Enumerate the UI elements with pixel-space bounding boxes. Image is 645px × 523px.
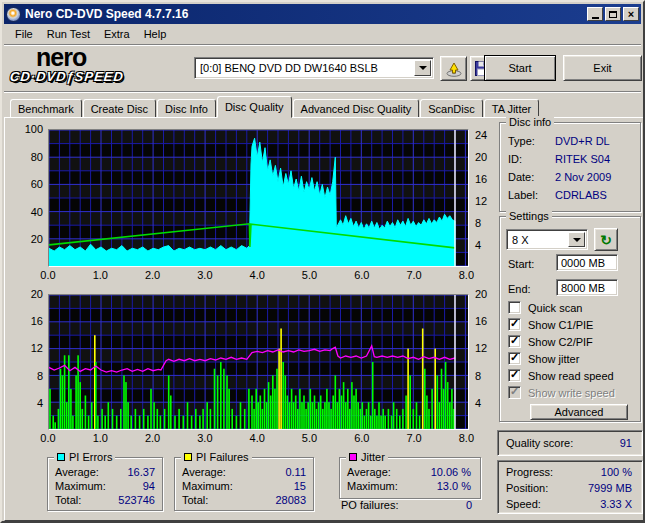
settings-group: Settings 8 X ↻ Start: End: ✓ Quick scan …	[499, 216, 641, 422]
checkbox-icon: ✓	[508, 335, 521, 348]
axis-tick-label: 0.0	[40, 432, 55, 444]
axis-tick-label: 12	[31, 342, 43, 354]
checkbox-icon: ✓	[508, 369, 521, 382]
end-position-input[interactable]	[556, 279, 618, 296]
checkbox-icon: ✓	[508, 352, 521, 365]
tab-advanced-disc-quality[interactable]: Advanced Disc Quality	[293, 99, 420, 118]
title-bar: Nero CD-DVD Speed 4.7.7.16 ×	[4, 4, 641, 24]
axis-tick-label: 24	[475, 129, 487, 141]
quality-score-label: Quality score:	[506, 437, 573, 449]
separator	[4, 91, 641, 93]
minimize-button[interactable]	[587, 7, 603, 21]
axis-tick-label: 1.0	[93, 432, 108, 444]
pi-failures-right-axis: 20161284	[472, 294, 498, 430]
axis-tick-label: 80	[31, 151, 43, 163]
stat-label: Maximum:	[347, 480, 398, 492]
read-speed-right-axis: 2420161284	[472, 129, 498, 267]
quality-score-panel: Quality score: 91	[497, 430, 643, 456]
exit-button-label: Exit	[593, 62, 611, 74]
jitter-title: Jitter	[361, 451, 385, 463]
tab-disc-info[interactable]: Disc Info	[157, 99, 216, 118]
axis-tick-label: 3.0	[197, 432, 212, 444]
pi-failures-group: PI Failures Average: 0.11 Maximum: 15 To…	[174, 457, 314, 511]
pi-failures-chart	[48, 294, 469, 430]
window-title: Nero CD-DVD Speed 4.7.7.16	[25, 7, 585, 21]
menu-run-test[interactable]: Run Test	[40, 26, 97, 42]
axis-tick-label: 16	[475, 173, 487, 185]
pi-errors-x-axis: 0.01.02.03.04.05.06.07.08.0	[48, 269, 469, 281]
start-position-label: Start:	[508, 258, 534, 270]
checkbox-show-c2-pif[interactable]: ✓ Show C2/PIF	[508, 335, 593, 348]
checkbox-show-read-speed[interactable]: ✓ Show read speed	[508, 369, 614, 382]
start-button[interactable]: Start	[484, 55, 556, 81]
checkbox-label: Show read speed	[528, 370, 614, 382]
axis-tick-label: 60	[31, 178, 43, 190]
speed-selector[interactable]: 8 X	[506, 229, 588, 250]
refresh-icon: ↻	[600, 233, 612, 247]
close-icon: ×	[628, 9, 634, 20]
position-value: 7999 MB	[588, 482, 632, 494]
chevron-down-icon	[573, 238, 581, 242]
axis-tick-label: 8.0	[459, 432, 474, 444]
exit-button[interactable]: Exit	[563, 55, 642, 81]
stat-label: Average:	[347, 466, 391, 478]
menu-extra[interactable]: Extra	[97, 26, 137, 42]
refresh-button[interactable]: ↻	[594, 228, 618, 251]
checkbox-icon: ✓	[508, 301, 521, 314]
maximize-button[interactable]	[605, 7, 621, 21]
axis-tick-label: 16	[475, 315, 487, 327]
axis-tick-label: 6.0	[354, 432, 369, 444]
tab-create-disc[interactable]: Create Disc	[83, 99, 156, 118]
disc-type-value: DVD+R DL	[555, 135, 610, 147]
axis-tick-label: 3.0	[197, 269, 212, 281]
axis-tick-label: 4.0	[250, 269, 265, 281]
checkbox-label: Show write speed	[528, 387, 615, 399]
drive-selector-value: [0:0] BENQ DVD DD DW1640 BSLB	[195, 62, 412, 74]
axis-tick-label: 12	[475, 195, 487, 207]
checkbox-quick-scan[interactable]: ✓ Quick scan	[508, 301, 582, 314]
advanced-button[interactable]: Advanced	[530, 404, 628, 420]
axis-tick-label: 2.0	[145, 269, 160, 281]
disc-id-value: RITEK S04	[555, 153, 610, 165]
axis-tick-label: 16	[31, 315, 43, 327]
app-window: Nero CD-DVD Speed 4.7.7.16 × File Run Te…	[0, 0, 645, 523]
axis-tick-label: 6.0	[354, 269, 369, 281]
checkbox-show-c1-pie[interactable]: ✓ Show C1/PIE	[508, 318, 593, 331]
axis-tick-label: 4.0	[250, 432, 265, 444]
axis-tick-label: 0.0	[40, 269, 55, 281]
pi-failures-left-axis: 20161284	[16, 294, 46, 430]
menu-help[interactable]: Help	[137, 26, 174, 42]
disc-date-value: 2 Nov 2009	[555, 171, 611, 183]
stat-value: 10.06 %	[431, 466, 471, 478]
drive-selector-dropdown-button[interactable]	[414, 60, 431, 76]
disc-info-group: Disc info Type: DVD+R DL ID: RITEK S04 D…	[499, 122, 641, 212]
checkbox-label: Quick scan	[528, 302, 582, 314]
eject-button[interactable]	[440, 56, 467, 81]
speed-selector-value: 8 X	[507, 234, 566, 246]
tab-benchmark[interactable]: Benchmark	[10, 99, 82, 118]
axis-tick-label: 20	[31, 288, 43, 300]
pi-failures-x-axis: 0.01.02.03.04.05.06.07.08.0	[48, 432, 469, 444]
app-icon[interactable]	[6, 7, 21, 22]
pi-errors-legend-icon	[57, 453, 65, 461]
speed-selector-dropdown-button[interactable]	[568, 232, 585, 247]
disc-eject-icon	[445, 61, 463, 77]
axis-tick-label: 8	[475, 370, 481, 382]
minimize-icon	[592, 17, 599, 19]
stat-value: 15	[294, 480, 306, 492]
start-position-input[interactable]	[556, 254, 618, 271]
axis-tick-label: 100	[25, 123, 43, 135]
stat-value: 28083	[275, 494, 306, 506]
progress-panel: Progress: 100 % Position: 7999 MB Speed:…	[497, 460, 643, 514]
axis-tick-label: 8	[37, 370, 43, 382]
checkbox-icon: ✓	[508, 318, 521, 331]
tab-disc-quality[interactable]: Disc Quality	[217, 96, 292, 118]
end-position-label: End:	[508, 283, 531, 295]
menu-file[interactable]: File	[8, 26, 40, 42]
drive-selector[interactable]: [0:0] BENQ DVD DD DW1640 BSLB	[194, 57, 434, 79]
pi-failures-title: PI Failures	[196, 451, 249, 463]
close-button[interactable]: ×	[623, 7, 639, 21]
tab-scandisc[interactable]: ScanDisc	[420, 99, 482, 118]
stat-value: 94	[143, 480, 155, 492]
checkbox-show-jitter[interactable]: ✓ Show jitter	[508, 352, 579, 365]
